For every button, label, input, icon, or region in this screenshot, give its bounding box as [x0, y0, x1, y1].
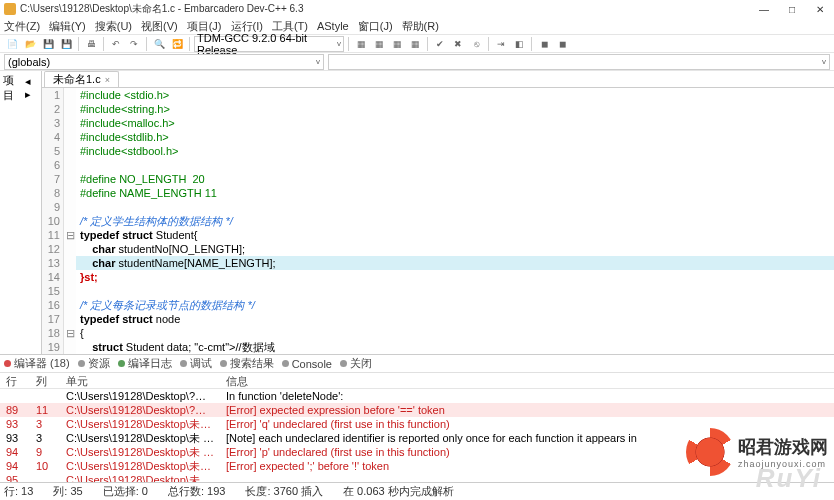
code-line[interactable]: 9 [42, 200, 834, 214]
app-icon [4, 3, 16, 15]
scope-selector[interactable]: (globals) v [4, 54, 324, 70]
debug-icon[interactable]: ✔ [432, 36, 448, 52]
menu-file[interactable]: 文件(Z) [4, 19, 40, 34]
print-icon[interactable]: 🖶 [83, 36, 99, 52]
profile-icon[interactable]: ⎋ [468, 36, 484, 52]
stop-icon[interactable]: ✖ [450, 36, 466, 52]
replace-icon[interactable]: 🔁 [169, 36, 185, 52]
close-button[interactable]: ✕ [810, 2, 830, 16]
tool2-icon[interactable]: ◼ [554, 36, 570, 52]
hdr-unit: 单元 [60, 373, 220, 388]
tab-close-output[interactable]: 关闭 [340, 356, 372, 371]
compile-run-icon[interactable]: ▦ [389, 36, 405, 52]
menu-view[interactable]: 视图(V) [141, 19, 178, 34]
code-line[interactable]: 19 struct Student data; "c-cmt">//数据域 [42, 340, 834, 354]
tab-console[interactable]: Console [282, 358, 332, 370]
code-line[interactable]: 1#include <stdio.h> [42, 88, 834, 102]
editor-tab[interactable]: 未命名1.c × [44, 71, 119, 87]
code-line[interactable]: 4#include<stdlib.h> [42, 130, 834, 144]
code-line[interactable]: 2#include<string.h> [42, 102, 834, 116]
new-file-icon[interactable]: 📄 [4, 36, 20, 52]
code-line[interactable]: 15 [42, 284, 834, 298]
code-line[interactable]: 16/* 定义每条记录或节点的数据结构 */ [42, 298, 834, 312]
code-line[interactable]: 14}st; [42, 270, 834, 284]
window-title: C:\Users\19128\Desktop\未命名1.c - Embarcad… [20, 2, 303, 16]
maximize-button[interactable]: □ [782, 2, 802, 16]
code-line[interactable]: 13 char studentName[NAME_LENGTH]; [42, 256, 834, 270]
open-file-icon[interactable]: 📂 [22, 36, 38, 52]
menubar: 文件(Z) 编辑(Y) 搜索(U) 视图(V) 项目(J) 运行(I) 工具(T… [0, 18, 834, 34]
find-icon[interactable]: 🔍 [151, 36, 167, 52]
save-icon[interactable]: 💾 [40, 36, 56, 52]
menu-window[interactable]: 窗口(J) [358, 19, 393, 34]
bookmark-icon[interactable]: ◧ [511, 36, 527, 52]
code-line[interactable]: 8#define NAME_LENGTH 11 [42, 186, 834, 200]
code-line[interactable]: 6 [42, 158, 834, 172]
project-panel-header[interactable]: 项目◂ ▸ [0, 71, 41, 105]
hdr-info: 信息 [220, 373, 254, 388]
statusbar: 行: 13 列: 35 已选择: 0 总行数: 193 长度: 3760 插入 … [0, 482, 834, 500]
chevron-down-icon: v [337, 39, 341, 48]
code-line[interactable]: 3#include<malloc.h> [42, 116, 834, 130]
menu-search[interactable]: 搜索(U) [95, 19, 132, 34]
save-all-icon[interactable]: 💾 [58, 36, 74, 52]
menu-help[interactable]: 帮助(R) [402, 19, 439, 34]
code-line[interactable]: 5#include<stdbool.h> [42, 144, 834, 158]
titlebar: C:\Users\19128\Desktop\未命名1.c - Embarcad… [0, 0, 834, 18]
tab-close-icon[interactable]: × [105, 75, 110, 85]
code-line[interactable]: 18⊟{ [42, 326, 834, 340]
project-panel: 项目◂ ▸ [0, 71, 42, 354]
tool1-icon[interactable]: ◼ [536, 36, 552, 52]
compiler-header: 行 列 单元 信息 [0, 373, 834, 389]
hdr-col: 列 [30, 373, 60, 388]
menu-astyle[interactable]: AStyle [317, 20, 349, 32]
tab-compile-log[interactable]: 编译日志 [118, 356, 172, 371]
minimize-button[interactable]: — [754, 2, 774, 16]
hdr-line: 行 [0, 373, 30, 388]
scope-text: (globals) [8, 56, 50, 68]
code-line[interactable]: 10/* 定义学生结构体的数据结构 */ [42, 214, 834, 228]
menu-edit[interactable]: 编辑(Y) [49, 19, 86, 34]
editor-tabstrip: 未命名1.c × [42, 71, 834, 88]
status-done: 在 0.063 秒内完成解析 [343, 484, 454, 499]
function-selector[interactable]: v [328, 54, 830, 70]
code-line[interactable]: 12 char studentNo[NO_LENGTH]; [42, 242, 834, 256]
redo-icon[interactable]: ↷ [126, 36, 142, 52]
chevron-down-icon: v [316, 57, 320, 66]
output-tabstrip: 编译器 (18) 资源 编译日志 调试 搜索结果 Console 关闭 [0, 355, 834, 373]
status-sel: 已选择: 0 [103, 484, 148, 499]
compiler-selector[interactable]: TDM-GCC 9.2.0 64-bit Release v [194, 36, 344, 52]
tab-search-results[interactable]: 搜索结果 [220, 356, 274, 371]
rebuild-icon[interactable]: ▦ [407, 36, 423, 52]
goto-icon[interactable]: ⇥ [493, 36, 509, 52]
tab-label: 未命名1.c [53, 72, 101, 87]
code-line[interactable]: 11⊟typedef struct Student{ [42, 228, 834, 242]
code-line[interactable]: 7#define NO_LENGTH 20 [42, 172, 834, 186]
status-len: 长度: 3760 插入 [245, 484, 323, 499]
tab-resources[interactable]: 资源 [78, 356, 110, 371]
status-total: 总行数: 193 [168, 484, 225, 499]
tab-debug[interactable]: 调试 [180, 356, 212, 371]
code-line[interactable]: 17typedef struct node [42, 312, 834, 326]
compiler-messages[interactable]: C:\Users\19128\Desktop\?被?名2.cIn functio… [0, 389, 834, 482]
compiler-row[interactable]: 95C:\Users\19128\Desktop\未命??.c [0, 473, 834, 482]
status-line: 行: 13 [4, 484, 33, 499]
main-toolbar: 📄 📂 💾 💾 🖶 ↶ ↷ 🔍 🔁 TDM-GCC 9.2.0 64-bit R… [0, 34, 834, 52]
scope-toolbar: (globals) v v [0, 52, 834, 70]
code-editor[interactable]: 1#include <stdio.h>2#include<string.h>3#… [42, 88, 834, 354]
output-panel: 编译器 (18) 资源 编译日志 调试 搜索结果 Console 关闭 行 列 … [0, 354, 834, 482]
run-icon[interactable]: ▦ [371, 36, 387, 52]
compile-icon[interactable]: ▦ [353, 36, 369, 52]
undo-icon[interactable]: ↶ [108, 36, 124, 52]
status-col: 列: 35 [53, 484, 82, 499]
tab-compiler[interactable]: 编译器 (18) [4, 356, 70, 371]
chevron-down-icon: v [822, 57, 826, 66]
